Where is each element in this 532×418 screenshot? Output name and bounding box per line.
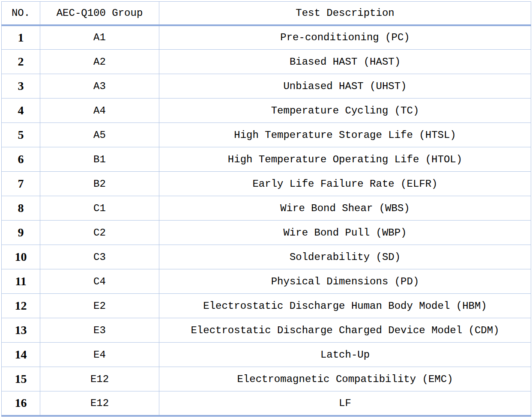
table-row: 4 A4 Temperature Cycling (TC) [2,99,531,123]
cell-group: A2 [40,50,159,74]
table-row: 8 C1 Wire Bond Shear (WBS) [2,196,531,221]
cell-no: 14 [2,343,40,367]
cell-description: Electromagnetic Compatibility (EMC) [159,367,531,391]
cell-description: Pre-conditioning (PC) [159,25,531,50]
cell-description: Electrostatic Discharge Charged Device M… [159,318,531,343]
header-group: AEC-Q100 Group [40,2,159,25]
cell-no: 15 [2,367,40,391]
document-page: NO. AEC-Q100 Group Test Description 1 A1… [0,0,532,418]
cell-description: Biased HAST (HAST) [159,50,531,74]
table-row: 10 C3 Solderability (SD) [2,245,531,269]
table-body: 1 A1 Pre-conditioning (PC) 2 A2 Biased H… [2,25,531,416]
table-row: 13 E3 Electrostatic Discharge Charged De… [2,318,531,343]
cell-no: 16 [2,391,40,416]
cell-description: High Temperature Operating Life (HTOL) [159,147,531,172]
table-row: 16 E12 LF [2,391,531,416]
cell-group: E2 [40,294,159,318]
table-row: 11 C4 Physical Dimensions (PD) [2,269,531,294]
cell-group: C2 [40,221,159,245]
table-header: NO. AEC-Q100 Group Test Description [2,2,531,25]
cell-group: E3 [40,318,159,343]
cell-group: E12 [40,391,159,416]
cell-no: 4 [2,99,40,123]
cell-group: C4 [40,269,159,294]
cell-description: Latch-Up [159,343,531,367]
cell-description: High Temperature Storage Life (HTSL) [159,123,531,147]
cell-group: B2 [40,172,159,196]
cell-description: Physical Dimensions (PD) [159,269,531,294]
cell-description: Wire Bond Pull (WBP) [159,221,531,245]
table-row: 7 B2 Early Life Failure Rate (ELFR) [2,172,531,196]
cell-group: C1 [40,196,159,221]
table-row: 9 C2 Wire Bond Pull (WBP) [2,221,531,245]
cell-group: B1 [40,147,159,172]
table-row: 3 A3 Unbiased HAST (UHST) [2,74,531,99]
cell-group: E4 [40,343,159,367]
cell-no: 12 [2,294,40,318]
cell-no: 3 [2,74,40,99]
table-row: 12 E2 Electrostatic Discharge Human Body… [2,294,531,318]
cell-no: 5 [2,123,40,147]
header-description: Test Description [159,2,531,25]
aec-q100-test-table: NO. AEC-Q100 Group Test Description 1 A1… [1,1,531,417]
table-row: 1 A1 Pre-conditioning (PC) [2,25,531,50]
cell-no: 11 [2,269,40,294]
table-row: 15 E12 Electromagnetic Compatibility (EM… [2,367,531,391]
cell-no: 2 [2,50,40,74]
cell-description: LF [159,391,531,416]
header-row: NO. AEC-Q100 Group Test Description [2,2,531,25]
cell-description: Temperature Cycling (TC) [159,99,531,123]
cell-description: Electrostatic Discharge Human Body Model… [159,294,531,318]
cell-no: 10 [2,245,40,269]
cell-no: 8 [2,196,40,221]
cell-group: A1 [40,25,159,50]
table-row: 5 A5 High Temperature Storage Life (HTSL… [2,123,531,147]
cell-no: 9 [2,221,40,245]
table-row: 2 A2 Biased HAST (HAST) [2,50,531,74]
cell-no: 13 [2,318,40,343]
table-row: 6 B1 High Temperature Operating Life (HT… [2,147,531,172]
table-row: 14 E4 Latch-Up [2,343,531,367]
cell-no: 1 [2,25,40,50]
cell-description: Unbiased HAST (UHST) [159,74,531,99]
cell-group: A4 [40,99,159,123]
cell-description: Early Life Failure Rate (ELFR) [159,172,531,196]
cell-group: A3 [40,74,159,99]
cell-no: 6 [2,147,40,172]
cell-description: Wire Bond Shear (WBS) [159,196,531,221]
cell-group: E12 [40,367,159,391]
cell-no: 7 [2,172,40,196]
header-no: NO. [2,2,40,25]
cell-description: Solderability (SD) [159,245,531,269]
cell-group: C3 [40,245,159,269]
cell-group: A5 [40,123,159,147]
